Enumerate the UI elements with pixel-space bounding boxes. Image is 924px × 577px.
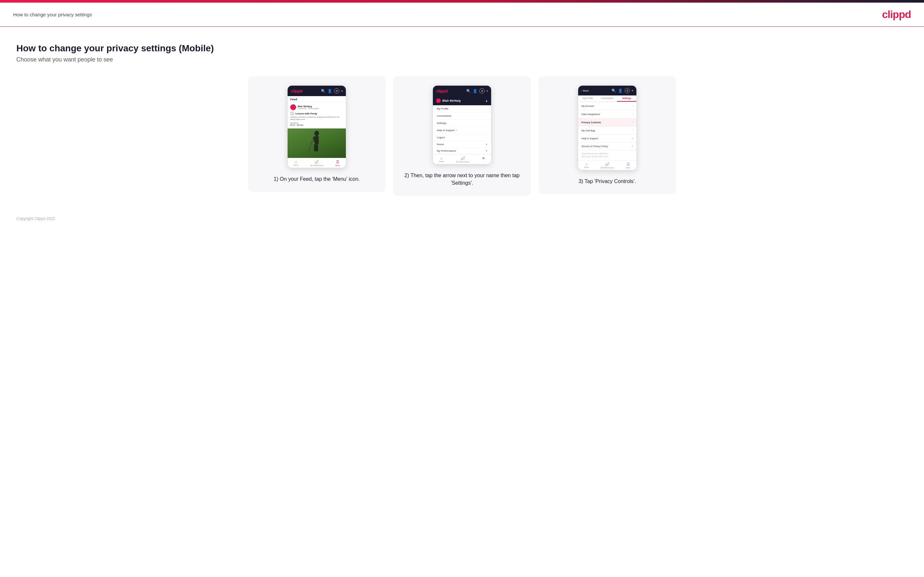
logo: clippd bbox=[882, 8, 911, 21]
feed-user-name: Blair McHarg bbox=[298, 105, 319, 108]
footer: Copyright Clippd 2022 bbox=[0, 209, 924, 231]
user-icon: 👤 bbox=[328, 89, 332, 93]
privacycontrols-label: Privacy Controls bbox=[582, 121, 601, 124]
search-icon: 🔍 bbox=[321, 89, 326, 93]
menu-item-settings[interactable]: Settings bbox=[433, 120, 491, 127]
performance-icon: 📈 bbox=[315, 160, 319, 164]
nav-menu[interactable]: ☰ Menu bbox=[626, 162, 630, 169]
chevron-right-icon: › bbox=[632, 129, 633, 132]
menu-item-helpsupport[interactable]: Help & Support ↗ bbox=[433, 127, 491, 134]
main-content: How to change your privacy settings (Mob… bbox=[0, 27, 924, 209]
menu-item-logout[interactable]: Logout bbox=[433, 134, 491, 141]
chevron-down-icon: ▾ bbox=[486, 149, 487, 152]
settings-item-privacycontrols[interactable]: Privacy Controls › bbox=[578, 118, 636, 127]
step2-logo: clippd bbox=[436, 89, 447, 93]
top-accent-bar bbox=[0, 0, 924, 3]
step-3-phone: ‹ Back 🔍 👤 ⚙ ▾ My Profile Connections Se… bbox=[578, 85, 637, 170]
feed-desc: Looking to feel like my hands are exitin… bbox=[290, 116, 343, 121]
nav-home[interactable]: ⌂ Home bbox=[439, 156, 444, 163]
step3-tabs: My Profile Connections Settings bbox=[578, 95, 636, 102]
step1-logo: clippd bbox=[291, 89, 302, 93]
version-line1: Clippd Client Version: 2022.8.3-3 bbox=[582, 152, 633, 155]
settings-item-dataintegrations[interactable]: Data Integrations › bbox=[578, 110, 636, 118]
tab-myprofile[interactable]: My Profile bbox=[578, 95, 598, 102]
performance-section-label: My Performance bbox=[437, 149, 456, 152]
steps-row: clippd 🔍 👤 ⚙ ▾ Feed Blair McHarg bbox=[16, 76, 908, 196]
user-icon: 👤 bbox=[618, 89, 623, 93]
nav-close[interactable]: ✕ bbox=[482, 156, 485, 163]
settings-icon: ⚙ bbox=[334, 88, 339, 93]
nav-home[interactable]: ⌂ Home bbox=[294, 160, 299, 166]
step1-feed-label: Feed bbox=[288, 96, 346, 102]
version-line2: GQL Server Version: 2022.7.30-1 bbox=[582, 155, 633, 158]
home-icon: ⌂ bbox=[585, 162, 588, 166]
helpsupport-label: Help & Support ↗ bbox=[437, 129, 457, 132]
chevron-right-icon: › bbox=[632, 113, 633, 116]
home-label: Home bbox=[439, 161, 444, 163]
user-icon: 👤 bbox=[473, 89, 477, 93]
step3-icons: 🔍 👤 ⚙ ▾ bbox=[612, 88, 633, 93]
tab-settings[interactable]: Settings bbox=[617, 95, 636, 102]
tab-connections[interactable]: Connections bbox=[598, 95, 617, 102]
menu-icon: ☰ bbox=[627, 162, 630, 166]
step2-bottom-nav: ⌂ Home 📈 My Performance ✕ bbox=[433, 154, 491, 164]
page-heading: How to change your privacy settings (Mob… bbox=[16, 43, 908, 53]
step1-topbar: clippd 🔍 👤 ⚙ ▾ bbox=[288, 85, 346, 96]
nav-performance[interactable]: 📈 My Performance bbox=[456, 156, 470, 163]
myprofile-label: My Profile bbox=[437, 107, 449, 110]
header-breadcrumb: How to change your privacy settings bbox=[13, 12, 92, 17]
step2-topbar: clippd 🔍 👤 ⚙ ▾ bbox=[433, 85, 491, 96]
step3-bottom-nav: ⌂ Home 📈 My Performance ☰ Menu bbox=[578, 160, 636, 170]
step1-bottom-nav: ⌂ Home 📈 My Performance ☰ Menu bbox=[288, 158, 346, 168]
performance-label: My Performance bbox=[601, 167, 614, 169]
nav-home[interactable]: ⌂ Home bbox=[584, 162, 589, 169]
performance-label: My Performance bbox=[310, 164, 323, 166]
chevron-up-icon[interactable]: ▲ bbox=[485, 99, 488, 102]
feed-duration-val: 01 hr : 30 min bbox=[290, 124, 343, 126]
chevron-icon: ▾ bbox=[341, 90, 342, 92]
connections-label: Connections bbox=[437, 114, 451, 118]
external-icon: ↗ bbox=[632, 137, 633, 140]
step-1-desc: 1) On your Feed, tap the 'Menu' icon. bbox=[273, 175, 360, 183]
nav-performance[interactable]: 📈 My Performance bbox=[310, 160, 323, 166]
menu-section-performance[interactable]: My Performance ▾ bbox=[433, 148, 491, 154]
menu-icon: ☰ bbox=[336, 160, 339, 164]
menu-avatar bbox=[436, 98, 441, 103]
home-label: Home bbox=[584, 166, 589, 168]
settings-item-serviceprivacy[interactable]: Service & Privacy Policy ↗ bbox=[578, 143, 636, 150]
feed-user-row: Blair McHarg Yesterday · Sunningdale bbox=[290, 104, 343, 110]
chevron-right-icon: › bbox=[632, 121, 633, 124]
menu-section-home[interactable]: Home ▾ bbox=[433, 141, 491, 148]
feed-user-sub: Yesterday · Sunningdale bbox=[298, 108, 319, 110]
menu-label: Menu bbox=[626, 167, 630, 169]
performance-icon: 📈 bbox=[605, 162, 609, 166]
external-icon: ↗ bbox=[456, 129, 457, 131]
home-icon: ⌂ bbox=[295, 160, 297, 164]
chevron-icon: ▾ bbox=[632, 89, 633, 92]
chevron-down-icon: ▾ bbox=[486, 143, 487, 146]
menu-item-myprofile[interactable]: My Profile bbox=[433, 105, 491, 113]
step-1-phone: clippd 🔍 👤 ⚙ ▾ Feed Blair McHarg bbox=[287, 85, 346, 168]
mygolfbag-label: My Golf Bag bbox=[582, 129, 595, 132]
menu-item-connections[interactable]: Connections bbox=[433, 113, 491, 120]
menu-user-row: Blair McHarg ▲ bbox=[433, 96, 491, 105]
settings-item-mygolfbag[interactable]: My Golf Bag › bbox=[578, 127, 636, 135]
header: How to change your privacy settings clip… bbox=[0, 3, 924, 27]
golf-icon bbox=[290, 111, 294, 115]
nav-performance[interactable]: 📈 My Performance bbox=[601, 162, 614, 169]
home-label: Home bbox=[294, 164, 299, 166]
settings-item-helpsupport[interactable]: Help & Support ↗ bbox=[578, 135, 636, 143]
settings-item-myaccount[interactable]: My Account › bbox=[578, 102, 636, 110]
svg-line-5 bbox=[309, 139, 313, 152]
svg-rect-4 bbox=[314, 144, 316, 152]
step2-icons: 🔍 👤 ⚙ ▾ bbox=[466, 88, 488, 93]
settings-label: Settings bbox=[437, 122, 446, 124]
copyright: Copyright Clippd 2022 bbox=[16, 216, 55, 221]
nav-menu[interactable]: ☰ Menu bbox=[335, 160, 340, 166]
settings-icon: ⚙ bbox=[625, 88, 630, 93]
step-2-phone: clippd 🔍 👤 ⚙ ▾ Blair McHarg ▲ bbox=[433, 85, 491, 164]
back-button[interactable]: ‹ Back bbox=[582, 89, 589, 92]
helpsupport-label: Help & Support bbox=[582, 137, 598, 140]
search-icon: 🔍 bbox=[612, 89, 616, 93]
svg-rect-3 bbox=[316, 144, 318, 152]
